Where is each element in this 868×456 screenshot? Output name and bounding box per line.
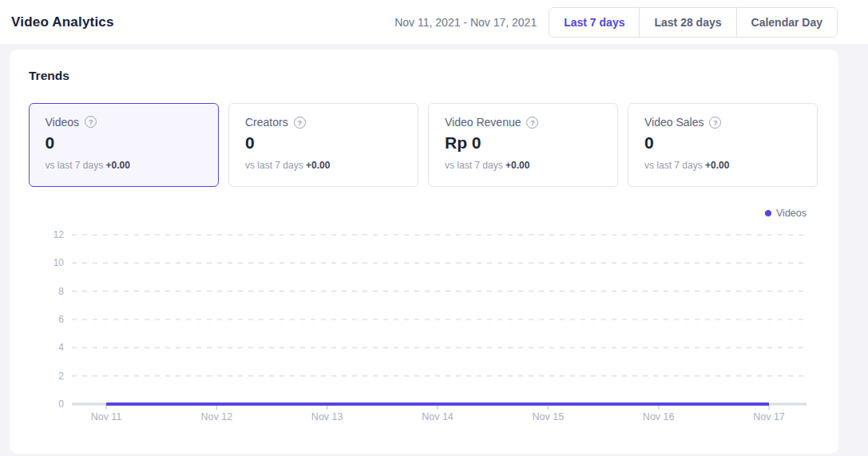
stat-delta: +0.00 xyxy=(106,160,130,171)
svg-text:Nov 15: Nov 15 xyxy=(533,411,565,422)
stat-card-videos[interactable]: Videos ? 0 vs last 7 days +0.00 xyxy=(29,103,219,187)
stat-compare-prefix: vs last 7 days xyxy=(245,160,303,171)
svg-text:6: 6 xyxy=(58,314,64,325)
stat-value: Rp 0 xyxy=(445,133,601,153)
stat-compare-prefix: vs last 7 days xyxy=(644,160,703,171)
svg-text:Nov 17: Nov 17 xyxy=(753,411,785,422)
svg-text:0: 0 xyxy=(58,399,64,410)
stat-compare: vs last 7 days +0.00 xyxy=(445,160,601,171)
svg-text:Nov 16: Nov 16 xyxy=(643,411,675,422)
help-icon[interactable]: ? xyxy=(709,117,721,129)
svg-text:Nov 14: Nov 14 xyxy=(422,411,454,422)
stat-label: Video Sales xyxy=(644,116,704,129)
calendar-day-button[interactable]: Calendar Day xyxy=(736,8,837,37)
svg-text:8: 8 xyxy=(58,286,64,297)
svg-text:10: 10 xyxy=(54,257,65,268)
last-28-days-button[interactable]: Last 28 days xyxy=(639,8,735,37)
stat-compare: vs last 7 days +0.00 xyxy=(245,160,402,171)
legend-label: Videos xyxy=(776,208,807,219)
svg-text:4: 4 xyxy=(58,342,64,353)
svg-text:Nov 12: Nov 12 xyxy=(201,411,233,422)
stat-label: Video Revenue xyxy=(445,116,521,129)
trends-title: Trends xyxy=(29,69,819,83)
stat-card-video-revenue[interactable]: Video Revenue ? Rp 0 vs last 7 days +0.0… xyxy=(428,103,618,187)
help-icon[interactable]: ? xyxy=(526,117,538,129)
svg-text:Nov 13: Nov 13 xyxy=(311,411,343,422)
svg-text:12: 12 xyxy=(54,229,65,240)
stat-delta: +0.00 xyxy=(705,160,729,171)
svg-text:Nov 11: Nov 11 xyxy=(91,411,122,422)
trends-card: Trends Videos ? 0 vs last 7 days +0.00 C… xyxy=(10,50,838,454)
chart-legend[interactable]: Videos xyxy=(29,208,807,219)
date-range-label: Nov 11, 2021 - Nov 17, 2021 xyxy=(394,16,537,29)
stat-label: Creators xyxy=(245,116,288,129)
trends-chart: 024681012Nov 11Nov 12Nov 13Nov 14Nov 15N… xyxy=(29,227,819,426)
stat-value: 0 xyxy=(644,133,801,153)
stat-card-row: Videos ? 0 vs last 7 days +0.00 Creators… xyxy=(29,103,819,187)
legend-dot-icon xyxy=(765,210,771,216)
stat-card-video-sales[interactable]: Video Sales ? 0 vs last 7 days +0.00 xyxy=(628,103,818,187)
page-title: Video Analytics xyxy=(11,14,114,30)
stat-compare-prefix: vs last 7 days xyxy=(46,160,104,171)
stat-card-creators[interactable]: Creators ? 0 vs last 7 days +0.00 xyxy=(228,103,418,187)
svg-text:2: 2 xyxy=(58,371,64,382)
last-7-days-button[interactable]: Last 7 days xyxy=(549,8,639,37)
stat-delta: +0.00 xyxy=(306,160,330,171)
stat-value: 0 xyxy=(46,133,203,153)
stat-compare: vs last 7 days +0.00 xyxy=(644,160,801,171)
stat-compare: vs last 7 days +0.00 xyxy=(46,160,203,171)
stat-label: Videos xyxy=(46,116,80,129)
topbar-right: Nov 11, 2021 - Nov 17, 2021 Last 7 days … xyxy=(394,7,838,38)
help-icon[interactable]: ? xyxy=(85,116,97,128)
date-range-switcher: Last 7 days Last 28 days Calendar Day xyxy=(549,7,838,38)
stat-delta: +0.00 xyxy=(505,160,529,171)
help-icon[interactable]: ? xyxy=(294,117,306,129)
stat-value: 0 xyxy=(245,133,402,153)
stat-compare-prefix: vs last 7 days xyxy=(445,160,503,171)
topbar: Video Analytics Nov 11, 2021 - Nov 17, 2… xyxy=(0,0,868,44)
